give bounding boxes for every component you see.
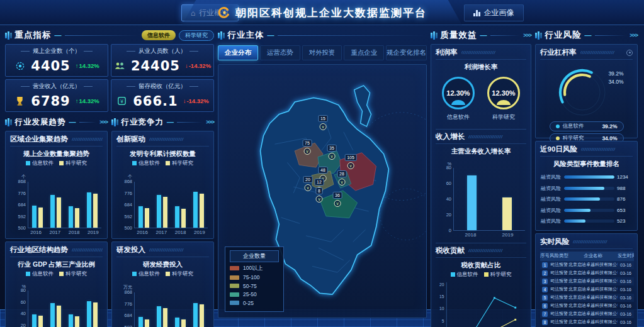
map-marker[interactable]: 35∨ (327, 141, 337, 160)
index-badge: 3 (542, 279, 548, 284)
slashes-decor: //////////////////// (461, 50, 527, 55)
stat-label-row: 营业收入（亿元） (6, 82, 108, 91)
expand-icon[interactable]: >>> (630, 32, 638, 38)
column-header: 序号 (540, 252, 550, 261)
table-row[interactable]: 1司法预警北京启迪卓越科技有限公司03-16 (540, 261, 634, 269)
map-marker[interactable]: 36∨ (333, 188, 342, 207)
stat-card-employees: 从业人员数（人） 24405 -14.32% (111, 44, 214, 77)
table-row[interactable]: 7司法预警北京启迪卓越科技有限公司03-16 (540, 310, 634, 318)
table-row[interactable]: 3司法预警北京启迪卓越科技有限公司03-16 (540, 277, 634, 285)
x-labels: 20182019 (452, 231, 526, 238)
gauge-ring: 12.30% (487, 77, 520, 109)
legend-item: 科学研究 (59, 160, 87, 167)
tab-change-ranking[interactable]: 规企变化排名 (386, 45, 427, 60)
cell-index: 6 (540, 302, 550, 310)
y-ticks: 806040200 (11, 291, 28, 327)
panel-title: 收入增长 (436, 132, 465, 141)
trend-arrow-icon (183, 97, 186, 104)
y-ticks: 868776684592500 (11, 182, 28, 228)
bar-group (175, 206, 186, 228)
legend-swatch (230, 292, 239, 297)
legend-item: 科学研究 (166, 160, 193, 167)
legend-item: 科学研究 (59, 270, 87, 278)
dashboard-body: 重点指标 — 信息软件 科学研究 规上企业数（个） 4405 14.32% 从业… (0, 25, 644, 323)
bar-group (138, 317, 149, 327)
x-label: 2016 (137, 230, 148, 235)
svg-text:10: 10 (439, 306, 444, 311)
x-label: 2017 (155, 230, 167, 235)
panel-sub-header: 研发投入//////////////////// (116, 245, 209, 257)
map-marker[interactable]: 8∨ (316, 184, 323, 202)
app-title-banner: 朝阳区科创规上企业大数据监测平台 (182, 0, 462, 25)
cell-company: 北京启迪卓越科技有限公司 (568, 277, 618, 285)
grouped-bar-chart-gdp: 行业 GDP 占第三产业比例信息软件科学研究%80604020020162017… (10, 258, 103, 327)
marker-count: 36 (333, 192, 342, 199)
bar (38, 208, 43, 228)
map-marker[interactable]: 20∨ (303, 172, 313, 191)
map-marker[interactable]: 75∨ (303, 136, 312, 155)
bar (69, 314, 73, 327)
arc-labels: 39.2%34.0% (608, 70, 623, 86)
column-header: 企业名称 (568, 252, 618, 261)
chart-title: 规上企业数量集聚趋势 (10, 150, 103, 158)
tag-science-research[interactable]: 科学研究 (179, 30, 214, 41)
gauge-label: 信息软件 (442, 113, 475, 121)
table-row[interactable]: 2司法预警北京启迪卓越科技有限公司03-16 (540, 269, 634, 277)
section-header-industry-body: 行业主体 — (218, 29, 427, 42)
legend-label: 75-100 (243, 274, 259, 280)
table-body: 1司法预警北京启迪卓越科技有限公司03-162司法预警北京启迪卓越科技有限公司0… (540, 261, 634, 326)
map-marker[interactable]: 105∨ (345, 150, 357, 169)
hbar-row: 融资风险653 (540, 205, 633, 216)
trend-columns: 行业发展趋势 — >>> 区域企业集聚趋势///////////////////… (5, 116, 214, 318)
stat-body: 6789 14.32% (6, 91, 108, 111)
map-legend-row: 75-100 (230, 274, 279, 280)
trend-arrow-icon (185, 62, 188, 69)
panel-sub-header: 实时风险//////////////////// (540, 237, 633, 249)
gauge-value: 12.30% (492, 89, 515, 97)
map-panel: 15∨75∨35∨105∨48∨28∨20∨12∨8∨36∨ 企业数量 100以… (218, 64, 427, 318)
table-row[interactable]: 6司法预警北京启迪卓越科技有限公司03-16 (540, 302, 634, 310)
info-icon[interactable] (626, 50, 633, 56)
bar (200, 304, 204, 327)
slashes-decor: //////////////////// (580, 50, 623, 55)
table-row[interactable]: 5司法预警北京启迪卓越科技有限公司03-16 (540, 294, 634, 302)
hbar-fill (564, 175, 614, 179)
nav-enterprise-profile[interactable]: 企业画像 (464, 4, 524, 21)
tab-key-enterprises[interactable]: 重点企业 (344, 45, 384, 60)
legend-swatch (166, 161, 170, 165)
column-key-indicators: 重点指标 — 信息软件 科学研究 规上企业数（个） 4405 14.32% 从业… (5, 29, 214, 318)
people-icon (114, 61, 126, 70)
tag-info-software[interactable]: 信息软件 (142, 30, 176, 40)
legend-item: 信息软件 (132, 270, 160, 278)
cell-time: 03-16 (618, 310, 634, 318)
section-header-risk: 行业风险 — >>> (535, 29, 638, 42)
table-row[interactable]: 8司法预警北京启迪卓越科技有限公司03-16 (540, 318, 634, 326)
bar (50, 195, 55, 228)
bar (87, 192, 91, 228)
hbar-rows: 融资风险1234融资风险988融资风险876融资风险653融资风险523 (540, 172, 633, 227)
map-marker[interactable]: 15∨ (319, 111, 328, 130)
cell-index: 1 (540, 261, 550, 269)
hbar-track (564, 209, 614, 212)
y-ticks: 868776684592500 (118, 182, 134, 228)
chart-title: 主营业务收入增长率 (436, 147, 526, 156)
hbar-fill (564, 197, 600, 201)
stat-card-revenue: 营业收入（亿元） 6789 14.32% (5, 79, 108, 112)
app-header: ⌂ 行业概览 朝阳区科创规上企业大数据监测平台 企业画像 (0, 0, 644, 25)
tab-outbound-investment[interactable]: 对外投资 (302, 45, 342, 60)
expand-icon[interactable]: >>> (523, 32, 531, 38)
dash-decor: — (585, 31, 592, 39)
panel-title: 近90日风险 (540, 145, 577, 154)
tab-enterprise-distribution[interactable]: 企业分布 (218, 45, 258, 60)
table-row[interactable]: 4司法预警北京启迪卓越科技有限公司03-16 (540, 285, 634, 294)
legend-swatch (230, 301, 239, 305)
tab-operations[interactable]: 运营态势 (260, 45, 300, 60)
bar-chart-icon (473, 9, 480, 16)
map-marker[interactable]: 28∨ (337, 167, 347, 186)
y-axis: 万元868776684592500 (118, 284, 134, 327)
bar-group (138, 206, 149, 228)
tax-icon: ¥ (116, 96, 128, 106)
stat-delta: 14.32% (76, 62, 99, 69)
expand-icon[interactable]: >>> (99, 119, 108, 125)
expand-icon[interactable]: >>> (206, 119, 214, 125)
